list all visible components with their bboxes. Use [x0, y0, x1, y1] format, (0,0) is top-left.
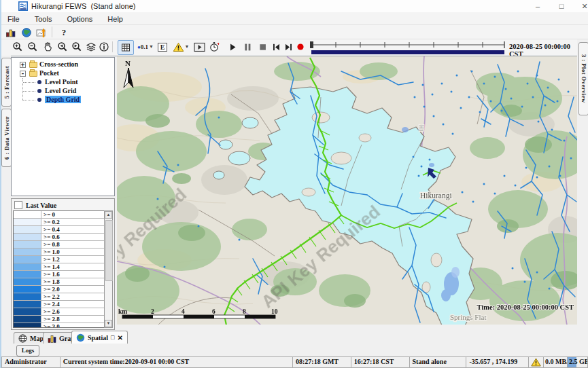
warnings-dropdown[interactable]: ▼ [171, 40, 191, 54]
stop-button[interactable] [256, 40, 269, 54]
legend-row[interactable]: >= 0.4 [14, 226, 112, 234]
scroll-up-icon[interactable]: ▲ [105, 211, 112, 219]
status-coordinates: -35.657 , 174.199 [466, 356, 529, 368]
warning-icon [173, 42, 184, 52]
chevron-down-icon: ▼ [185, 44, 190, 50]
pan-button[interactable] [41, 40, 54, 54]
close-button[interactable]: ✕ [576, 1, 588, 11]
grid-scale-dropdown[interactable]: ● 0.1 ▼ [135, 40, 156, 54]
pause-button[interactable] [241, 40, 254, 54]
legend-row-label: >= 0.4 [41, 226, 112, 233]
tree-item-label[interactable]: Cross-section [39, 60, 78, 68]
info-button[interactable] [97, 40, 111, 54]
animation-button[interactable] [192, 40, 206, 54]
zoom-previous-button[interactable] [56, 40, 69, 54]
logs-button[interactable]: Logs [16, 345, 39, 356]
tree-item-label[interactable]: Level Point [45, 78, 78, 86]
checkbox-icon[interactable] [14, 201, 22, 209]
legend-row[interactable]: >= 3.0 [14, 323, 112, 328]
bullet-icon [37, 98, 41, 102]
zoom-out-icon [27, 41, 38, 52]
timer-button[interactable] [207, 40, 221, 54]
time-slider[interactable] [309, 39, 507, 56]
tree-row[interactable]: + Cross-section [12, 60, 114, 69]
spatial-display-button[interactable] [35, 26, 49, 39]
scrollbar-thumb[interactable] [105, 220, 113, 281]
collapse-icon[interactable]: - [20, 71, 26, 77]
tab-maximize-icon[interactable]: □ [111, 334, 114, 341]
zoom-out-button[interactable] [26, 40, 39, 54]
maximize-button[interactable]: □ [553, 1, 570, 11]
status-bar: Administrator Current system time:2020-0… [1, 356, 588, 368]
menu-help[interactable]: Help [101, 14, 129, 23]
tree-item-label[interactable]: Pocket [39, 69, 59, 77]
map-display-button[interactable] [20, 26, 33, 39]
legend-row-label: >= 1.8 [41, 278, 112, 285]
layers-tree-panel[interactable]: + Cross-section - Pocket Level Point Lev… [11, 57, 115, 196]
tab-data-viewer[interactable]: 6 : Data Viewer [1, 109, 12, 167]
editor-button[interactable]: E [157, 40, 168, 54]
tree-row[interactable]: Level Grid [12, 87, 114, 96]
help-button[interactable]: ? [57, 26, 71, 39]
legend-row[interactable]: >= 0.2 [14, 219, 112, 226]
legend-row[interactable]: >= 0.6 [14, 234, 112, 241]
legend-row[interactable]: >= 0.8 [14, 241, 112, 249]
legend-row[interactable]: >= 1.6 [14, 271, 112, 278]
legend-row[interactable]: >= 1.0 [14, 249, 112, 256]
tab-close-icon[interactable]: ✕ [117, 334, 122, 342]
tree-connector [23, 100, 35, 100]
zoom-in-button[interactable] [11, 40, 24, 54]
show-grid-button[interactable] [118, 40, 134, 55]
tab-spatial[interactable]: Spatial □ ✕ [71, 331, 128, 344]
slider-handle[interactable] [310, 41, 313, 48]
globe-icon [21, 27, 32, 38]
tree-row[interactable]: - Pocket [12, 69, 114, 78]
status-memory: 2.5 GB [568, 356, 588, 368]
legend-row[interactable]: >= 2.8 [14, 316, 112, 323]
legend-row[interactable]: >= 1.2 [14, 256, 112, 263]
tab-plot-overview[interactable]: 3 : Plot Overview [578, 42, 588, 115]
layers-button[interactable] [84, 40, 98, 54]
last-value-option[interactable]: Last Value [14, 201, 56, 210]
tab-map-label: Map [30, 335, 44, 342]
tree-row[interactable]: Level Point [12, 78, 114, 87]
legend-row[interactable]: >= 2.0 [14, 286, 112, 293]
legend-row[interactable]: >= 0 [14, 211, 112, 219]
status-warning[interactable] [529, 356, 544, 368]
legend-row[interactable]: >= 1.8 [14, 278, 112, 286]
tab-plot-overview-label: 3 : Plot Overview [581, 54, 587, 103]
legend-row[interactable]: >= 2.4 [14, 301, 112, 308]
expand-icon[interactable]: + [20, 62, 26, 68]
map-viewport[interactable]: API Key Required API Key Required H1 Hik… [117, 56, 577, 325]
legend-row-label: >= 2.8 [41, 316, 112, 323]
scroll-down-icon[interactable]: ▼ [105, 320, 112, 327]
play-button[interactable] [226, 40, 239, 54]
tree-item-label[interactable]: Depth Grid [45, 96, 81, 103]
menu-tools[interactable]: Tools [29, 14, 58, 23]
legend-color-swatch [14, 308, 41, 315]
menu-options[interactable]: Options [60, 14, 99, 23]
status-gmt-time: 08:27:18 GMT [293, 356, 351, 368]
chart-arrow-icon [36, 27, 48, 38]
legend-row[interactable]: >= 2.2 [14, 293, 112, 301]
zoom-next-button[interactable] [70, 40, 84, 54]
tree-row-selected[interactable]: Depth Grid [12, 96, 114, 105]
legend-scrollbar[interactable]: ▲ ▼ [104, 210, 113, 328]
zoom-next-icon [71, 41, 82, 52]
legend-color-swatch [14, 293, 41, 300]
data-explorer-button[interactable] [4, 26, 18, 39]
bullet-icon [37, 89, 41, 93]
toolbar-separator [112, 41, 113, 52]
legend-color-swatch [14, 278, 41, 285]
title-bar[interactable]: Hikurangi FEWS (Stand alone) – □ ✕ [1, 0, 588, 12]
step-forward-button[interactable] [281, 40, 295, 54]
menu-file[interactable]: File [1, 14, 26, 23]
step-back-button[interactable] [269, 40, 283, 54]
minimize-button[interactable]: – [529, 1, 547, 11]
tree-item-label[interactable]: Level Grid [45, 87, 76, 94]
record-button[interactable] [294, 40, 307, 54]
tab-forecast[interactable]: 5 : Forecast [1, 58, 12, 107]
legend-row[interactable]: >= 1.4 [14, 263, 112, 271]
svg-text:4: 4 [181, 308, 185, 315]
legend-row[interactable]: >= 2.6 [14, 308, 112, 316]
